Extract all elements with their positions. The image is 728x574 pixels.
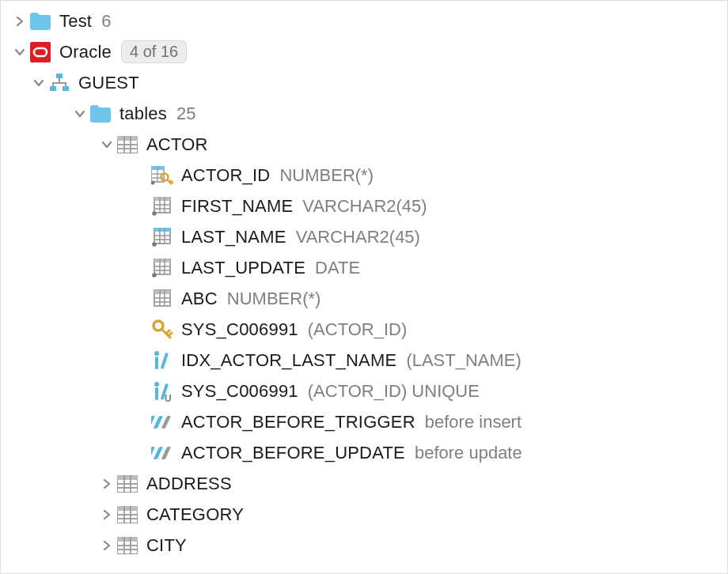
tree-item-city[interactable]: CITY — [1, 530, 727, 561]
tree-item-label: CATEGORY — [146, 504, 244, 525]
column-name: FIRST_NAME — [181, 196, 293, 217]
svg-rect-19 — [154, 197, 170, 201]
column-name: LAST_NAME — [181, 227, 286, 247]
index-name: IDX_ACTOR_LAST_NAME — [181, 350, 396, 371]
column-icon — [151, 288, 173, 310]
column-pk-icon — [151, 164, 173, 187]
index-detail: (LAST_NAME) — [406, 350, 521, 371]
trigger-icon — [151, 442, 173, 464]
column-indexed-icon — [151, 226, 173, 248]
svg-rect-57 — [154, 447, 163, 459]
chevron-right-icon[interactable] — [97, 510, 116, 519]
chevron-right-icon[interactable] — [97, 479, 116, 489]
tree-item-trigger-actor-before-update[interactable]: ACTOR_BEFORE_UPDATE before update — [1, 437, 727, 468]
column-type: VARCHAR2(45) — [302, 196, 427, 217]
svg-point-49 — [154, 382, 159, 387]
column-notnull-icon — [151, 195, 173, 217]
tree-item-column-first-name[interactable]: FIRST_NAME VARCHAR2(45) — [1, 191, 727, 221]
tree-item-column-abc[interactable]: ABC NUMBER(*) — [1, 283, 727, 314]
tree-item-column-actor-id[interactable]: ACTOR_ID NUMBER(*) — [1, 160, 727, 191]
tree-item-count: 25 — [176, 104, 195, 124]
trigger-icon — [151, 411, 173, 433]
tree-item-guest[interactable]: GUEST — [1, 67, 727, 98]
column-name: ACTOR_ID — [181, 165, 270, 186]
tree-item-column-last-name[interactable]: LAST_NAME VARCHAR2(45) — [1, 221, 727, 252]
column-notnull-icon — [151, 257, 173, 279]
trigger-name: ACTOR_BEFORE_UPDATE — [181, 443, 405, 463]
chevron-down-icon[interactable] — [70, 109, 89, 119]
tree-item-count: 6 — [101, 11, 111, 32]
svg-rect-6 — [117, 136, 138, 141]
tree-item-oracle[interactable]: Oracle 4 of 16 — [1, 36, 727, 67]
svg-point-38 — [152, 273, 157, 278]
key-name: SYS_C006991 — [181, 319, 298, 340]
svg-rect-48 — [161, 352, 169, 368]
tree-item-index-sys-c006991[interactable]: U SYS_C006991 (ACTOR_ID) UNIQUE — [1, 376, 727, 406]
chevron-down-icon[interactable] — [97, 140, 116, 149]
svg-point-24 — [152, 211, 157, 216]
tree-item-actor[interactable]: ACTOR — [1, 129, 727, 160]
tree-item-label: tables — [119, 104, 167, 124]
index-unique-icon: U — [151, 380, 173, 402]
svg-rect-55 — [161, 416, 171, 429]
chevron-right-icon[interactable] — [97, 541, 116, 550]
svg-point-46 — [154, 351, 159, 356]
tree-item-tables[interactable]: tables 25 — [1, 98, 727, 129]
folder-icon — [29, 10, 51, 32]
svg-rect-60 — [117, 475, 138, 480]
svg-rect-4 — [63, 86, 69, 91]
svg-rect-54 — [154, 416, 163, 429]
chevron-down-icon[interactable] — [29, 78, 48, 88]
folder-icon — [89, 103, 112, 125]
tree-item-label: ADDRESS — [146, 474, 232, 494]
tree-item-address[interactable]: ADDRESS — [1, 468, 727, 499]
column-name: LAST_UPDATE — [181, 258, 305, 278]
schema-icon — [48, 72, 70, 94]
count-badge: 4 of 16 — [121, 40, 187, 63]
column-type: NUMBER(*) — [227, 289, 321, 309]
svg-rect-33 — [154, 259, 170, 262]
table-icon — [116, 534, 138, 557]
column-type: DATE — [315, 258, 360, 278]
svg-rect-40 — [154, 290, 170, 294]
svg-rect-50 — [155, 387, 158, 400]
tree-item-label: Oracle — [59, 42, 112, 62]
oracle-icon — [29, 41, 51, 63]
trigger-name: ACTOR_BEFORE_TRIGGER — [181, 412, 415, 432]
tree-item-index-idx-actor-last-name[interactable]: IDX_ACTOR_LAST_NAME (LAST_NAME) — [1, 345, 727, 376]
key-icon — [151, 319, 173, 341]
svg-rect-2 — [56, 74, 63, 78]
svg-rect-3 — [50, 86, 56, 91]
svg-rect-72 — [117, 537, 138, 542]
chevron-down-icon[interactable] — [10, 47, 29, 57]
tree-item-key-sys-c006991[interactable]: SYS_C006991 (ACTOR_ID) — [1, 314, 727, 345]
index-icon — [151, 349, 173, 372]
index-detail: (ACTOR_ID) UNIQUE — [308, 381, 480, 402]
column-name: ABC — [181, 289, 218, 309]
key-detail: (ACTOR_ID) — [308, 319, 408, 340]
tree-item-trigger-actor-before-trigger[interactable]: ACTOR_BEFORE_TRIGGER before insert — [1, 406, 727, 437]
column-type: VARCHAR2(45) — [296, 227, 420, 247]
trigger-detail: before update — [415, 443, 522, 463]
column-type: NUMBER(*) — [279, 165, 373, 186]
index-name: SYS_C006991 — [181, 381, 298, 402]
svg-rect-66 — [117, 506, 138, 511]
table-icon — [116, 134, 138, 156]
tree-item-column-last-update[interactable]: LAST_UPDATE DATE — [1, 252, 727, 283]
trigger-detail: before insert — [425, 412, 521, 432]
svg-rect-58 — [161, 447, 171, 459]
tree-item-label: Test — [59, 11, 92, 32]
tree-item-label: GUEST — [78, 73, 139, 93]
tree-item-test[interactable]: Test 6 — [1, 6, 727, 36]
chevron-right-icon[interactable] — [10, 17, 29, 26]
svg-point-31 — [152, 242, 157, 247]
table-icon — [116, 473, 138, 495]
tree-item-category[interactable]: CATEGORY — [1, 499, 727, 530]
tree-item-label: CITY — [146, 535, 187, 556]
svg-rect-26 — [154, 228, 170, 232]
tree-item-label: ACTOR — [146, 134, 208, 155]
svg-text:U: U — [165, 393, 172, 402]
table-icon — [116, 504, 138, 526]
svg-rect-47 — [155, 357, 158, 369]
